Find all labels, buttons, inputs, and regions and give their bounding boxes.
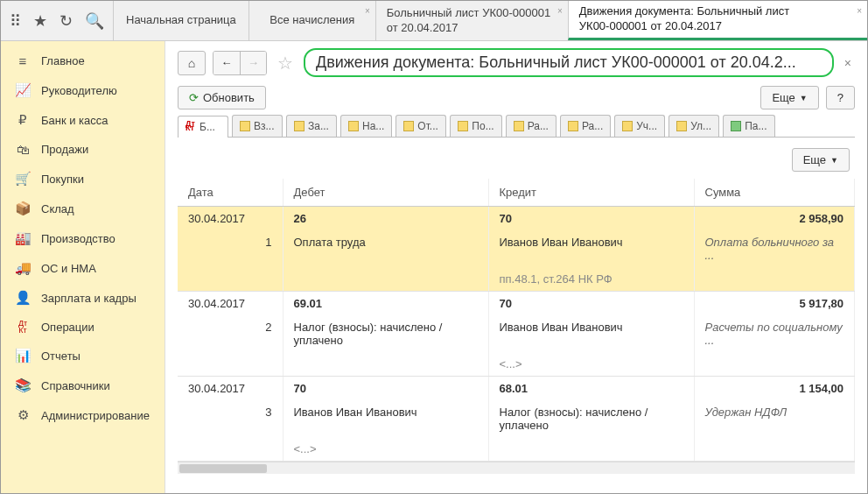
table-row-sub[interactable]: 2Налог (взносы): начислено / уплаченоИва… <box>178 315 855 352</box>
sidebar-item-directories[interactable]: 📚Справочники <box>1 370 164 400</box>
tab-movements[interactable]: Движения документа: Больничный лист УК00… <box>568 1 867 40</box>
close-page-button[interactable]: × <box>841 56 855 70</box>
table-row-sub2[interactable]: <...> <box>178 437 855 462</box>
table-row-sub[interactable]: 1Оплата трудаИванов Иван ИвановичОплата … <box>178 230 855 267</box>
table-row[interactable]: 30.04.201726702 958,90 <box>178 207 855 231</box>
cell-debit-sub2: <...> <box>283 437 488 462</box>
tab-label: Больничный лист УК00-000001 <box>387 6 557 21</box>
truck-icon: 🚚 <box>15 260 31 276</box>
subtab-9[interactable]: Ул... <box>668 115 719 137</box>
history-icon[interactable]: ↻ <box>60 11 73 31</box>
table-row-sub2[interactable]: <...> <box>178 352 855 377</box>
cell-empty <box>694 267 855 292</box>
col-debit[interactable]: Дебет <box>283 179 488 207</box>
subtab-5[interactable]: По... <box>450 115 501 137</box>
back-button[interactable]: ← <box>214 52 240 74</box>
cell-debit-sub: Иванов Иван Иванович <box>283 400 488 437</box>
entries-table: Дата Дебет Кредит Сумма 30.04.201726702 … <box>178 179 855 462</box>
col-sum[interactable]: Сумма <box>694 179 855 207</box>
scrollbar-thumb[interactable] <box>179 464 267 473</box>
cell-credit-sub2 <box>488 437 694 462</box>
sidebar-item-label: Руководителю <box>41 84 117 97</box>
table-row[interactable]: 30.04.201769.01705 917,80 <box>178 292 855 316</box>
tab-accruals[interactable]: Все начисления × <box>248 1 375 40</box>
sidebar-item-warehouse[interactable]: 📦Склад <box>1 194 164 223</box>
search-icon[interactable]: 🔍 <box>85 11 104 31</box>
ruble-icon: ₽ <box>15 112 31 128</box>
subtab-label: Б... <box>200 121 215 133</box>
sidebar: ≡Главное 📈Руководителю ₽Банк и касса 🛍Пр… <box>1 41 165 493</box>
col-credit[interactable]: Кредит <box>488 179 694 207</box>
apps-icon[interactable]: ⠿ <box>10 11 21 31</box>
refresh-label: Обновить <box>203 91 255 104</box>
cell-empty <box>178 437 283 462</box>
star-icon[interactable]: ★ <box>33 11 47 31</box>
close-icon[interactable]: × <box>557 6 563 16</box>
sidebar-item-sales[interactable]: 🛍Продажи <box>1 135 164 164</box>
sidebar-item-operations[interactable]: ДтКтОперации <box>1 313 164 341</box>
subtab-1[interactable]: Вз... <box>232 115 283 137</box>
sidebar-item-manager[interactable]: 📈Руководителю <box>1 75 164 105</box>
cell-credit-sub: Иванов Иван Иванович <box>488 230 694 267</box>
cell-debit-acc: 69.01 <box>283 292 488 316</box>
cell-num: 3 <box>178 400 283 437</box>
subtab-7[interactable]: Ра... <box>560 115 611 137</box>
subtab-label: Ул... <box>690 120 711 132</box>
subtab-4[interactable]: От... <box>396 115 446 137</box>
register-icon <box>676 121 687 131</box>
dtkt-icon: ДтКт <box>15 320 31 334</box>
favorite-icon[interactable]: ☆ <box>274 53 297 74</box>
table-row[interactable]: 30.04.20177068.011 154,00 <box>178 377 855 401</box>
help-button[interactable]: ? <box>826 86 855 109</box>
main-area: ⌂ ← → ☆ Движения документа: Больничный л… <box>165 41 867 493</box>
sidebar-item-production[interactable]: 🏭Производство <box>1 223 164 253</box>
tab-sick-leave[interactable]: Больничный лист УК00-000001 от 20.04.201… <box>375 1 568 40</box>
sidebar-item-label: Производство <box>41 232 116 245</box>
sidebar-item-main[interactable]: ≡Главное <box>1 46 164 75</box>
subtab-0[interactable]: ДтКтБ... <box>178 116 228 138</box>
table-icon <box>731 121 741 131</box>
cell-credit-sub: Налог (взносы): начислено / уплачено <box>488 400 694 437</box>
cell-desc: Удержан НДФЛ <box>694 400 855 437</box>
sidebar-item-label: Главное <box>41 54 85 67</box>
sidebar-item-purchases[interactable]: 🛒Покупки <box>1 164 164 194</box>
table-row-sub[interactable]: 3Иванов Иван ИвановичНалог (взносы): нач… <box>178 400 855 437</box>
horizontal-scrollbar[interactable] <box>178 462 855 474</box>
sidebar-item-bank[interactable]: ₽Банк и касса <box>1 105 164 135</box>
subtab-3[interactable]: На... <box>340 115 392 137</box>
table-more-button[interactable]: Еще▼ <box>792 148 850 172</box>
page-title: Движения документа: Больничный лист УК00… <box>316 53 796 71</box>
cell-date: 30.04.2017 <box>178 207 283 231</box>
tab-home[interactable]: Начальная страница <box>113 1 248 40</box>
bag-icon: 🛍 <box>15 142 31 157</box>
sidebar-item-reports[interactable]: 📊Отчеты <box>1 341 164 370</box>
forward-button[interactable]: → <box>240 52 266 74</box>
content: Еще▼ Дата Дебет Кредит Сумма 30.04.20172… <box>178 138 855 493</box>
sidebar-item-label: Банк и касса <box>41 114 108 127</box>
more-button[interactable]: Еще▼ <box>760 86 818 109</box>
register-icon <box>403 121 414 131</box>
refresh-button[interactable]: ⟳Обновить <box>178 86 266 109</box>
cell-desc: Расчеты по социальному ... <box>694 315 855 352</box>
close-icon[interactable]: × <box>857 6 862 16</box>
toolbar: ⟳Обновить Еще▼ ? <box>178 86 855 109</box>
sidebar-item-salary[interactable]: 👤Зарплата и кадры <box>1 283 164 313</box>
close-icon[interactable]: × <box>365 6 370 16</box>
sidebar-item-label: Склад <box>41 202 74 215</box>
sidebar-item-assets[interactable]: 🚚ОС и НМА <box>1 253 164 283</box>
refresh-icon: ⟳ <box>189 91 199 104</box>
subtab-label: От... <box>417 120 438 132</box>
table-row-sub2[interactable]: пп.48.1, ст.264 НК РФ <box>178 267 855 292</box>
subtab-2[interactable]: За... <box>286 115 337 137</box>
sidebar-item-label: Администрирование <box>41 409 150 422</box>
subtab-6[interactable]: Ра... <box>506 115 556 137</box>
home-button[interactable]: ⌂ <box>178 51 206 75</box>
sidebar-item-admin[interactable]: ⚙Администрирование <box>1 400 164 430</box>
cell-credit-acc: 68.01 <box>488 377 694 401</box>
col-date[interactable]: Дата <box>178 179 283 207</box>
book-icon: 📚 <box>15 378 31 393</box>
subtab-8[interactable]: Уч... <box>614 115 665 137</box>
cell-credit-sub: Иванов Иван Иванович <box>488 315 694 352</box>
subtab-label: По... <box>472 120 494 132</box>
subtab-10[interactable]: Па... <box>723 115 774 137</box>
